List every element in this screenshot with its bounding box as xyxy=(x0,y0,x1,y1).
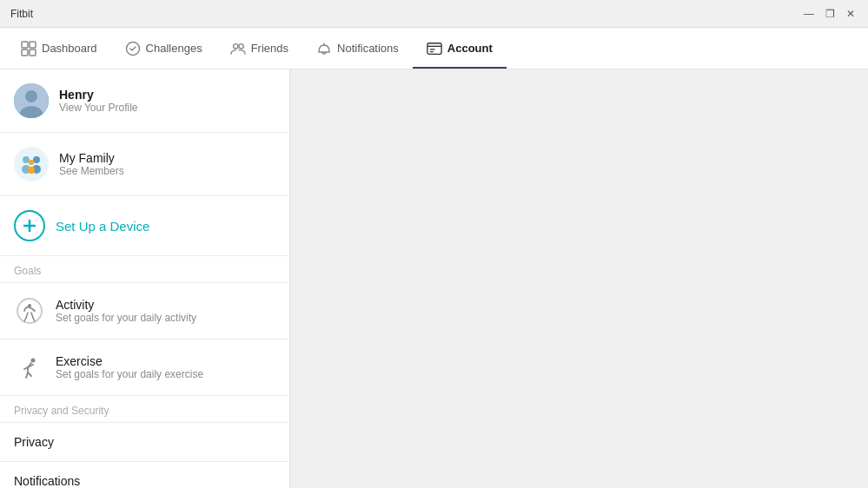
tab-notifications[interactable]: Notifications xyxy=(302,28,413,69)
svg-rect-7 xyxy=(427,43,441,54)
profile-name: Henry xyxy=(59,88,138,102)
main-panel xyxy=(290,69,868,488)
exercise-item[interactable]: Exercise Set goals for your daily exerci… xyxy=(0,340,289,396)
exercise-title: Exercise xyxy=(56,354,203,368)
close-button[interactable]: ✕ xyxy=(844,7,858,21)
activity-item[interactable]: Activity Set goals for your daily activi… xyxy=(0,283,289,340)
svg-point-6 xyxy=(239,43,243,48)
profile-item[interactable]: Henry View Your Profile xyxy=(0,69,289,133)
svg-rect-3 xyxy=(30,49,36,56)
tab-dashboard-label: Dashboard xyxy=(42,42,97,55)
title-bar: Fitbit — ❐ ✕ xyxy=(0,0,868,28)
activity-title: Activity xyxy=(56,298,196,312)
notifications-icon xyxy=(316,41,332,56)
svg-rect-2 xyxy=(22,49,28,56)
setup-device-item[interactable]: Set Up a Device xyxy=(0,196,289,256)
svg-point-24 xyxy=(28,304,31,307)
svg-point-20 xyxy=(28,167,35,174)
dashboard-icon xyxy=(21,41,36,56)
tab-account-label: Account xyxy=(447,42,493,55)
minimize-button[interactable]: — xyxy=(802,7,816,21)
profile-text: Henry View Your Profile xyxy=(59,88,138,114)
activity-icon xyxy=(14,295,45,326)
svg-point-23 xyxy=(17,299,42,323)
app-container: Dashboard Challenges Friends xyxy=(0,28,868,488)
family-avatar xyxy=(14,147,49,181)
tab-friends[interactable]: Friends xyxy=(216,28,302,69)
svg-point-25 xyxy=(31,359,36,363)
privacy-link[interactable]: Privacy xyxy=(0,423,289,462)
profile-sublabel: View Your Profile xyxy=(59,102,138,114)
challenges-icon xyxy=(125,41,141,56)
friends-icon xyxy=(230,41,246,56)
tab-dashboard[interactable]: Dashboard xyxy=(7,28,111,69)
svg-point-5 xyxy=(233,43,237,48)
goals-section-header: Goals xyxy=(0,256,289,283)
family-item[interactable]: My Family See Members xyxy=(0,133,289,196)
content-area: Henry View Your Profile xyxy=(0,69,868,488)
tab-challenges[interactable]: Challenges xyxy=(111,28,216,69)
tab-challenges-label: Challenges xyxy=(146,42,202,55)
maximize-button[interactable]: ❐ xyxy=(823,7,837,21)
activity-sub: Set goals for your daily activity xyxy=(56,312,196,324)
svg-point-19 xyxy=(29,160,34,165)
svg-rect-0 xyxy=(22,42,28,48)
family-name: My Family xyxy=(59,151,124,165)
svg-point-12 xyxy=(25,90,37,102)
exercise-sub: Set goals for your daily exercise xyxy=(56,368,203,380)
svg-rect-1 xyxy=(30,42,36,48)
tab-account[interactable]: Account xyxy=(413,28,507,69)
family-text: My Family See Members xyxy=(59,151,124,177)
tab-friends-label: Friends xyxy=(251,42,288,55)
svg-point-17 xyxy=(33,156,40,163)
exercise-icon xyxy=(14,352,45,383)
avatar xyxy=(14,83,49,118)
window-controls: — ❐ ✕ xyxy=(802,7,858,21)
notifications-link[interactable]: Notifications xyxy=(0,462,289,488)
account-icon xyxy=(427,41,442,56)
exercise-text: Exercise Set goals for your daily exerci… xyxy=(56,354,203,380)
sidebar: Henry View Your Profile xyxy=(0,69,290,488)
setup-device-label: Set Up a Device xyxy=(56,219,149,234)
tab-notifications-label: Notifications xyxy=(337,42,399,55)
app-title: Fitbit xyxy=(10,8,33,20)
setup-plus-icon xyxy=(14,210,45,241)
privacy-section-header: Privacy and Security xyxy=(0,396,289,423)
tab-bar: Dashboard Challenges Friends xyxy=(0,28,868,69)
avatar-image xyxy=(14,83,49,118)
family-sublabel: See Members xyxy=(59,165,124,177)
svg-point-15 xyxy=(23,156,30,163)
activity-text: Activity Set goals for your daily activi… xyxy=(56,298,196,324)
